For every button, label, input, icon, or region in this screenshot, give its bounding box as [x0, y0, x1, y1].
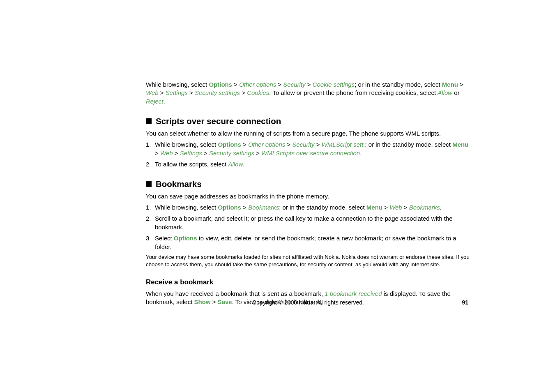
options-label: Options: [218, 204, 241, 211]
other-options-label: Other options: [248, 141, 285, 148]
separator: >: [159, 89, 166, 96]
bookmarks-intro: You can save page addresses as bookmarks…: [146, 192, 470, 201]
list-item: 2. Scroll to a bookmark, and select it; …: [146, 214, 470, 231]
list-item: 3. Select Options to view, edit, delete,…: [146, 234, 470, 251]
receive-bookmark-title: Receive a bookmark: [146, 278, 470, 286]
bookmark-received-label: 1 bookmark received: [325, 290, 382, 297]
list-content: Scroll to a bookmark, and select it; or …: [155, 214, 470, 231]
cookies-label: Cookies: [247, 89, 269, 96]
cookie-settings-label: Cookie settings: [313, 81, 355, 88]
text: ; or in the standby mode, select: [279, 204, 366, 211]
separator: >: [241, 141, 248, 148]
text: While browsing, select: [155, 204, 218, 211]
text: .: [164, 98, 165, 105]
page-content: While browsing, select Options > Other o…: [146, 81, 470, 309]
list-item: 1. While browsing, select Options > Othe…: [146, 140, 470, 157]
options-label: Options: [209, 81, 232, 88]
text: Select: [155, 235, 174, 242]
scripts-title: Scripts over secure connection: [156, 116, 281, 126]
list-number: 1.: [146, 203, 155, 212]
separator: >: [402, 204, 409, 211]
page-number: 91: [462, 299, 468, 306]
separator: >: [254, 150, 261, 157]
security-settings-label: Security settings: [209, 150, 254, 157]
text: .: [440, 204, 442, 211]
list-content: Select Options to view, edit, delete, or…: [155, 234, 470, 251]
text: ; or in the standby mode, select: [355, 81, 442, 88]
text: While browsing, select: [146, 81, 209, 88]
bookmarks-disclaimer: Your device may have some bookmarks load…: [146, 254, 470, 268]
list-content: While browsing, select Options > Bookmar…: [155, 203, 470, 212]
menu-label: Menu: [452, 141, 468, 148]
reject-label: Reject: [146, 98, 164, 105]
other-options-label: Other options: [239, 81, 276, 88]
settings-label: Settings: [166, 89, 188, 96]
list-content: To allow the scripts, select Allow.: [155, 160, 470, 168]
square-bullet-icon: [146, 181, 152, 187]
separator: >: [155, 150, 160, 157]
separator: >: [382, 204, 389, 211]
separator: >: [240, 89, 247, 96]
security-settings-label: Security settings: [195, 89, 240, 96]
scripts-intro: You can select whether to allow the runn…: [146, 129, 470, 138]
list-item: 2. To allow the scripts, select Allow.: [146, 160, 470, 168]
allow-label: Allow: [228, 161, 243, 168]
bookmarks-label: Bookmarks: [248, 204, 279, 211]
text: or: [452, 89, 460, 96]
bookmarks-heading: Bookmarks: [146, 179, 470, 189]
text: When you have received a bookmark that i…: [146, 290, 325, 297]
wmlscript-sett-label: WMLScript sett.: [322, 141, 365, 148]
menu-label: Menu: [366, 204, 382, 211]
separator: >: [173, 150, 180, 157]
scripts-heading: Scripts over secure connection: [146, 116, 470, 126]
copyright-text: Copyright © 2006 Nokia. All rights reser…: [146, 299, 470, 306]
settings-label: Settings: [180, 150, 202, 157]
text: to view, edit, delete, or send the bookm…: [155, 235, 456, 250]
list-number: 3.: [146, 234, 155, 251]
separator: >: [306, 81, 313, 88]
menu-label: Menu: [442, 81, 458, 88]
options-label: Options: [218, 141, 241, 148]
bookmarks-title: Bookmarks: [156, 179, 202, 189]
separator: >: [188, 89, 195, 96]
list-number: 2.: [146, 214, 155, 231]
list-content: While browsing, select Options > Other o…: [155, 140, 470, 157]
list-number: 1.: [146, 140, 155, 157]
list-item: 1. While browsing, select Options > Book…: [146, 203, 470, 212]
text: ; or in the standby mode, select: [365, 141, 453, 148]
wmlscripts-conn-label: WMLScripts over secure connection: [261, 150, 360, 157]
web-label: Web: [389, 204, 402, 211]
cookies-paragraph: While browsing, select Options > Other o…: [146, 81, 470, 106]
separator: >: [276, 81, 283, 88]
separator: >: [458, 81, 463, 88]
allow-label: Allow: [438, 89, 452, 96]
separator: >: [315, 141, 322, 148]
square-bullet-icon: [146, 118, 152, 124]
security-label: Security: [292, 141, 314, 148]
text: .: [360, 150, 362, 157]
separator: >: [241, 204, 248, 211]
separator: >: [202, 150, 209, 157]
separator: >: [285, 141, 292, 148]
text: . To allow or prevent the phone from rec…: [269, 89, 438, 96]
web-label: Web: [146, 89, 159, 96]
text: To allow the scripts, select: [155, 161, 228, 168]
separator: >: [232, 81, 239, 88]
page-footer: Copyright © 2006 Nokia. All rights reser…: [146, 299, 470, 306]
web-label: Web: [160, 150, 173, 157]
bookmarks-label: Bookmarks: [409, 204, 440, 211]
list-number: 2.: [146, 160, 155, 168]
text: While browsing, select: [155, 141, 218, 148]
security-label: Security: [283, 81, 305, 88]
options-label: Options: [174, 235, 197, 242]
text: .: [243, 161, 244, 168]
